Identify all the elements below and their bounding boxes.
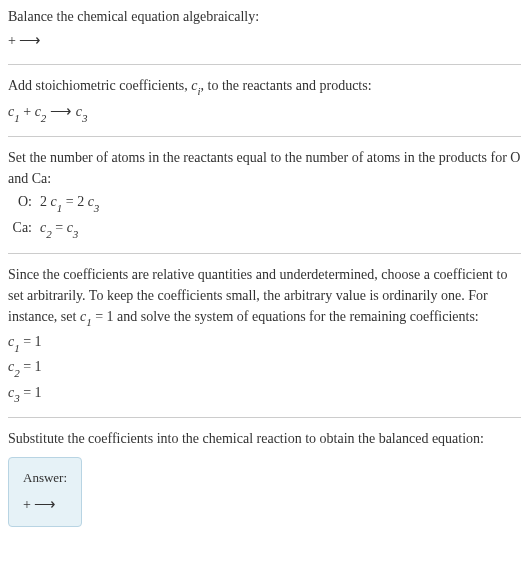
add-coeff-text-1: Add stoichiometric coefficients, (8, 78, 191, 93)
section-solve: Since the coefficients are relative quan… (8, 264, 521, 405)
sol1-val: = 1 (20, 334, 42, 349)
answer-plus: + (23, 497, 34, 512)
section-substitute: Substitute the coefficients into the che… (8, 428, 521, 527)
section-balance-intro: Balance the chemical equation algebraica… (8, 6, 521, 52)
c2-sub: 2 (41, 112, 47, 124)
ca-rhs-c: c (67, 220, 73, 235)
unbalanced-reaction: + ⟶ (8, 29, 521, 52)
balance-title: Balance the chemical equation algebraica… (8, 6, 521, 27)
sol3-sub: 3 (14, 392, 20, 404)
divider-4 (8, 417, 521, 418)
ca-eq: = (52, 220, 67, 235)
solution-2: c2 = 1 (8, 356, 521, 379)
section-atom-balance: Set the number of atoms in the reactants… (8, 147, 521, 241)
o-lhs-c: c (51, 194, 57, 209)
divider-1 (8, 64, 521, 65)
set-val: = 1 (92, 309, 114, 324)
answer-label: Answer: (23, 468, 67, 488)
stoich-arrow-icon: ⟶ (46, 103, 76, 119)
stoich-equation: c1 + c2 ⟶ c3 (8, 100, 521, 124)
solution-1: c1 = 1 (8, 331, 521, 354)
stoich-plus: + (20, 104, 35, 119)
arrow-icon: ⟶ (19, 32, 41, 48)
c3-sub: 3 (82, 112, 88, 124)
sol2-sub: 2 (14, 367, 20, 379)
add-coeff-text-2: , to the reactants and products: (201, 78, 372, 93)
solve-text-after: and solve the system of equations for th… (114, 309, 479, 324)
section-add-coefficients: Add stoichiometric coefficients, ci, to … (8, 75, 521, 125)
o-equation: 2 c1 = 2 c3 (40, 191, 99, 214)
o-lhs-coeff: 2 (40, 194, 51, 209)
o-lhs-sub: 1 (57, 202, 63, 214)
reaction-plus: + (8, 33, 19, 48)
ca-label: Ca: (8, 217, 32, 238)
sol2-val: = 1 (20, 359, 42, 374)
solution-3: c3 = 1 (8, 382, 521, 405)
answer-content: + ⟶ (23, 493, 67, 516)
sol3-val: = 1 (20, 385, 42, 400)
o-eq: = (62, 194, 77, 209)
atom-row-ca: Ca: c2 = c3 (8, 217, 521, 240)
divider-3 (8, 253, 521, 254)
coeff-sub: i (197, 85, 200, 97)
answer-arrow-icon: ⟶ (34, 496, 56, 512)
ca-equation: c2 = c3 (40, 217, 78, 240)
o-rhs-sub: 3 (94, 202, 100, 214)
atom-row-o: O: 2 c1 = 2 c3 (8, 191, 521, 214)
o-label: O: (8, 191, 32, 212)
atom-balance-title: Set the number of atoms in the reactants… (8, 147, 521, 189)
ca-rhs-sub: 3 (73, 228, 79, 240)
ca-lhs-sub: 2 (46, 228, 52, 240)
substitute-title: Substitute the coefficients into the che… (8, 428, 521, 449)
sol1-sub: 1 (14, 342, 20, 354)
divider-2 (8, 136, 521, 137)
set-sub: 1 (86, 316, 92, 328)
answer-box: Answer: + ⟶ (8, 457, 82, 527)
c1-sub: 1 (14, 112, 20, 124)
c2-var: c (35, 104, 41, 119)
o-rhs-coeff: 2 (77, 194, 88, 209)
add-coeff-title: Add stoichiometric coefficients, ci, to … (8, 75, 521, 98)
o-rhs-c: c (88, 194, 94, 209)
solve-text: Since the coefficients are relative quan… (8, 264, 521, 329)
